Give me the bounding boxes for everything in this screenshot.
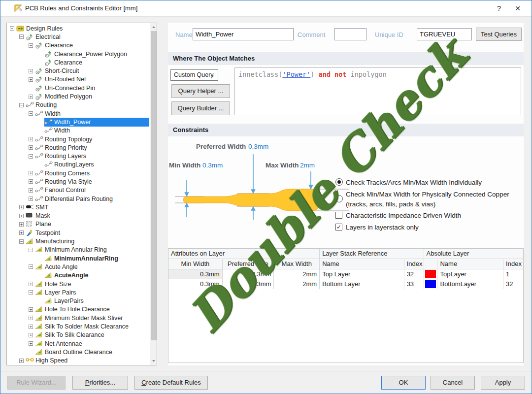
expand-icon[interactable]: + [19,222,24,227]
query-helper-button[interactable]: Query Helper ... [171,84,230,98]
expand-icon[interactable]: + [29,171,33,175]
tree-item-content[interactable]: Clearance [44,58,149,66]
tree-item-content[interactable]: Design Rules [16,24,149,33]
tree-item-width-power[interactable]: Width_Power [7,118,149,126]
tree-item-content[interactable]: Hole To Hole Clearance [35,305,149,314]
tree-item-content[interactable]: Acute Angle [35,263,149,271]
tree-item-layer-pairs[interactable]: −Layer Pairs [7,288,149,296]
tree-item-acuteangle[interactable]: AcuteAngle [7,271,149,280]
close-button[interactable]: ✕ [507,0,529,16]
tree-item-content[interactable]: Un-Routed Net [35,75,149,84]
col-preferred-size[interactable]: Preferred Size [223,259,274,269]
tree-item-manufacturing[interactable]: −Manufacturing [7,237,149,245]
tree-item-content[interactable]: Short-Circuit [35,66,149,75]
tree-item-clearance-power-polygon[interactable]: Clearance_Power Polygon [7,50,149,58]
tree-item-clearance[interactable]: −Clearance [7,41,149,50]
tree-item-content[interactable]: Routing Via Style [35,177,149,186]
expand-icon[interactable]: + [29,145,33,150]
tree-item-content[interactable]: AcuteAngle [44,271,149,280]
tree-item-content[interactable]: Width_Power [44,118,149,126]
tree-item-content[interactable]: Silk To Solder Mask Clearance [35,322,149,330]
radio-check-connected-copper[interactable] [335,195,343,202]
expand-icon[interactable]: + [19,205,24,209]
tree-item-content[interactable]: Differential Pairs Routing [35,195,149,203]
tree-item-high-speed[interactable]: +High Speed [7,357,149,365]
test-queries-button[interactable]: Test Queries [476,28,522,41]
tree-item-plane[interactable]: +Plane [7,220,149,229]
tree-item-content[interactable]: Width [35,109,149,118]
tree-item-routing-via-style[interactable]: +Routing Via Style [7,177,149,186]
tree-item-content[interactable]: Manufacturing [26,237,149,245]
comment-input[interactable] [334,28,366,40]
collapse-icon[interactable]: − [29,264,33,269]
col-ref-index[interactable]: Index [404,259,424,269]
tree-item-design-rules[interactable]: −Design Rules [7,24,149,33]
cancel-button[interactable]: Cancel [431,376,475,390]
tree-item-content[interactable]: Width [44,127,149,135]
expand-icon[interactable]: + [19,359,24,363]
expand-icon[interactable]: + [29,282,33,286]
tree-item-acute-angle[interactable]: −Acute Angle [7,263,149,271]
col-color[interactable] [424,259,438,269]
tree-item-content[interactable]: Un-Connected Pin [35,84,149,92]
col-abs-name[interactable]: Name [437,259,503,269]
scroll-up-icon[interactable] [150,23,157,31]
unique-id-input[interactable] [417,28,472,40]
table-row-bottom-layer[interactable]: 0.3mm0.3mm2mmBottom Layer33BottomLayer32 [168,279,523,289]
scrollbar-thumb[interactable] [151,31,157,340]
tree-item-routing[interactable]: −Routing [7,101,149,109]
collapse-icon[interactable]: − [29,290,33,295]
tree-item-content[interactable]: Routing Layers [35,152,149,160]
priorities-button[interactable]: Priorities... [72,376,128,390]
tree-item-hole-size[interactable]: +Hole Size [7,280,149,288]
tree-item-testpoint[interactable]: +Testpoint [7,229,149,237]
tree-item-content[interactable]: Routing Priority [35,143,149,152]
tree-item-content[interactable]: SMT [26,203,149,211]
tree-item-layerpairs[interactable]: LayerPairs [7,297,149,305]
table-row-top-layer[interactable]: 0.3mm0.3mm2mmTop Layer32TopLayer1 [168,269,523,279]
expand-icon[interactable]: + [29,69,33,73]
expand-icon[interactable]: + [29,341,33,346]
tree-item-content[interactable]: Plane [26,220,149,229]
tree-item-content[interactable]: Mask [26,212,149,220]
tree-item-mask[interactable]: +Mask [7,212,149,220]
tree-item-net-antennae[interactable]: +Net Antennae [7,339,149,348]
tree-item-content[interactable]: RoutingLayers [44,161,149,169]
collapse-icon[interactable]: − [10,26,14,31]
tree-item-routing-priority[interactable]: +Routing Priority [7,143,149,152]
tree-item-content[interactable]: Minimum Annular Ring [35,246,149,254]
tree-item-un-routed-net[interactable]: +Un-Routed Net [7,75,149,84]
scope-select[interactable]: Custom Query ⌄ [170,69,218,81]
tree-item-board-outline-clearance[interactable]: Board Outline Clearance [7,348,149,356]
tree-item-content[interactable]: Clearance [35,41,149,50]
tree-item-content[interactable]: Silk To Silk Clearance [35,331,149,339]
collapse-icon[interactable]: − [29,43,33,48]
tree-item-minimum-solder-mask-sliver[interactable]: +Minimum Solder Mask Sliver [7,314,149,322]
expand-icon[interactable]: + [29,188,33,193]
col-abs-index[interactable]: Index▴ [503,259,523,269]
tree-item-content[interactable]: Routing Corners [35,169,149,177]
collapse-icon[interactable]: − [29,111,33,116]
tree-item-routing-layers[interactable]: −Routing Layers [7,152,149,160]
expand-icon[interactable]: + [29,307,33,312]
expand-icon[interactable]: + [29,137,33,141]
apply-button[interactable]: Apply [481,376,525,390]
tree-item-content[interactable]: MinimumAnnularRing [44,254,149,263]
query-editor[interactable]: innetclass('Power') and not inpolygon [234,67,521,115]
checkbox-impedance-driven[interactable] [335,212,342,219]
col-max-width[interactable]: Max Width [274,259,320,269]
tree-item-fanout-control[interactable]: +Fanout Control [7,186,149,195]
tree-item-content[interactable]: High Speed [26,357,149,365]
ok-button[interactable]: OK [381,376,426,390]
create-default-rules-button[interactable]: Create Default Rules [134,376,208,390]
tree-item-minimumannularring[interactable]: MinimumAnnularRing [7,254,149,263]
collapse-icon[interactable]: − [19,34,24,39]
tree-item-hole-to-hole-clearance[interactable]: +Hole To Hole Clearance [7,305,149,314]
tree-scrollbar[interactable] [150,23,157,365]
tree-item-routinglayers[interactable]: RoutingLayers [7,161,149,169]
expand-icon[interactable]: + [29,95,33,99]
tree-item-content[interactable]: Routing [26,101,149,109]
tree-item-content[interactable]: Net Antennae [35,339,149,348]
tree-item-content[interactable]: Hole Size [35,280,149,288]
tree-item-routing-topology[interactable]: +Routing Topology [7,135,149,143]
